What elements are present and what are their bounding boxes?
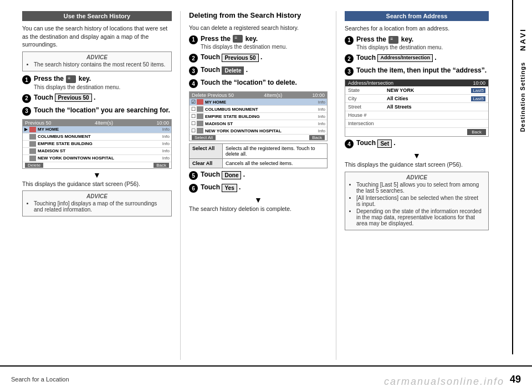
nav-row-1[interactable]: ▶ MY HOME Info bbox=[23, 126, 171, 133]
mid-arrow: ▼ bbox=[189, 196, 328, 204]
navi-label: NAVI bbox=[519, 28, 527, 51]
nav-row-2[interactable]: ▶ COLUMBUS MONUMENT Info bbox=[23, 133, 171, 141]
back-btn-screen[interactable]: Back bbox=[154, 163, 169, 168]
left-advice-title-2: ADVICE bbox=[27, 193, 167, 199]
previous50-btn-mid[interactable]: Previous 50 bbox=[222, 54, 258, 62]
left-advice-box: ADVICE The search history contains the m… bbox=[22, 51, 172, 71]
right-advice-item-2: [All Intersections] can be selected when… bbox=[356, 195, 484, 207]
left-advice-text: The search history contains the most rec… bbox=[27, 61, 167, 68]
delete-btn-screen[interactable]: Delete bbox=[25, 163, 43, 168]
left-step-2-content: Touch Previous 50 . bbox=[34, 94, 172, 102]
right-advice-item-1: Touching [Last 5] allows you to select f… bbox=[356, 182, 484, 194]
left-section-header: Use the Search History bbox=[22, 11, 172, 21]
right-advice-box: ADVICE Touching [Last 5] allows you to s… bbox=[345, 172, 489, 230]
del-row-1[interactable]: ☑ MY HOME Info bbox=[190, 99, 327, 106]
right-step-4: 4 Touch Set . bbox=[345, 139, 489, 148]
mid-step-4-title: Touch the “location” to delete. bbox=[201, 79, 297, 86]
addr-row-street[interactable]: Street All Streets bbox=[345, 103, 488, 111]
mid-step-4-num: 4 bbox=[189, 79, 198, 88]
select-table-row-2: Clear All Cancels all the selected items… bbox=[190, 159, 328, 168]
right-step-3-content: Touch the item, then input the “address”… bbox=[356, 66, 489, 75]
main-content: Use the Search History You can use the s… bbox=[17, 0, 515, 365]
yes-btn[interactable]: Yes bbox=[222, 184, 237, 192]
mid-step-3: 3 Touch Delete . bbox=[189, 66, 328, 75]
right-step-1: 1 Press the key. This displays the desti… bbox=[345, 35, 489, 51]
x-icon-del-1 bbox=[197, 106, 203, 112]
right-step-1-content: Press the key. This displays the destina… bbox=[356, 35, 489, 51]
right-step-3-num: 3 bbox=[345, 67, 354, 76]
right-step-2-title: Touch Address/Intersection . bbox=[356, 54, 437, 61]
mid-step-3-content: Touch Delete . bbox=[201, 66, 328, 75]
col-divider-1 bbox=[180, 11, 181, 360]
left-nav-screen-header: Previous 50 4Item(s) 10:00 bbox=[23, 120, 171, 126]
section-label: Search for a Location bbox=[11, 376, 69, 383]
select-clear-table: Select All Selects all the registered it… bbox=[189, 143, 328, 168]
checkbox-5: ☐ bbox=[191, 128, 196, 133]
nav-row-5[interactable]: ▶ NEW YORK DOWNTOWN HOSPITAL Info bbox=[23, 155, 171, 162]
delete-nav-screen: Delete Previous 50 4Item(s) 10:00 ☑ MY H… bbox=[189, 91, 328, 141]
left-step-3-num: 3 bbox=[22, 107, 31, 116]
select-all-screen-btn[interactable]: Select All bbox=[192, 135, 216, 140]
back-btn-del-screen[interactable]: Back bbox=[309, 135, 325, 140]
left-nav-screen: Previous 50 4Item(s) 10:00 ▶ MY HOME Inf… bbox=[22, 119, 172, 169]
left-result-text: This displays the guidance start screen … bbox=[22, 180, 172, 188]
address-intersection-btn[interactable]: Address/Intersection bbox=[377, 54, 433, 62]
del-row-3[interactable]: ☐ EMPIRE STATE BUILDING Info bbox=[190, 113, 327, 120]
addr-row-intersection[interactable]: Intersection bbox=[345, 120, 488, 128]
left-step-1-num: 1 bbox=[22, 75, 31, 84]
dest-settings-label: Destination Settings bbox=[519, 62, 526, 132]
right-step-1-title: Press the key. bbox=[356, 35, 413, 43]
delete-btn-mid[interactable]: Delete bbox=[222, 66, 244, 75]
nav-row-3[interactable]: ▶ EMPIRE STATE BUILDING Info bbox=[23, 141, 171, 148]
mid-result-text: The search history deletion is complete. bbox=[189, 205, 328, 213]
mid-step-1: 1 Press the key. This displays the desti… bbox=[189, 35, 328, 50]
mid-step-2-num: 2 bbox=[189, 54, 198, 63]
mid-step-3-title: Touch Delete . bbox=[201, 66, 248, 74]
right-step-2-num: 2 bbox=[345, 54, 354, 63]
addr-row-house[interactable]: House # bbox=[345, 111, 488, 120]
navi-bar: NAVI Destination Settings bbox=[512, 0, 532, 354]
del-row-5[interactable]: ☐ NEW YORK DOWNTOWN HOSPITAL Info bbox=[190, 127, 327, 135]
set-btn[interactable]: Set bbox=[377, 140, 392, 148]
left-nav-screen-footer: Delete Back bbox=[23, 162, 171, 168]
mid-step-5-num: 5 bbox=[189, 171, 198, 180]
del-row-4[interactable]: ☐ MADISON ST Info bbox=[190, 120, 327, 127]
right-step-2-content: Touch Address/Intersection . bbox=[356, 54, 489, 63]
address-screen: Address/Intersection 10:00 State NEW YOR… bbox=[345, 79, 489, 137]
addr-row-city[interactable]: City All Cities Last5 bbox=[345, 95, 488, 103]
nav-row-4[interactable]: ▶ MADISON ST Info bbox=[23, 148, 171, 155]
addr-row-state[interactable]: State NEW YORK Last5 bbox=[345, 86, 488, 95]
right-step-1-num: 1 bbox=[345, 36, 354, 45]
done-btn[interactable]: Done bbox=[222, 171, 241, 179]
mid-section-header: Deleting from the Search History bbox=[189, 11, 328, 20]
select-all-label[interactable]: Select All bbox=[190, 144, 223, 159]
left-column: Use the Search History You can use the s… bbox=[22, 11, 177, 360]
mid-step-2-title: Touch Previous 50 . bbox=[201, 53, 262, 61]
right-step-4-title: Touch Set . bbox=[356, 139, 396, 147]
select-table-row-1: Select All Selects all the registered it… bbox=[190, 144, 328, 159]
clear-all-label[interactable]: Clear All bbox=[190, 159, 223, 168]
left-step-2-num: 2 bbox=[22, 94, 31, 103]
mid-step-4-content: Touch the “location” to delete. bbox=[201, 79, 328, 87]
right-result-text: This displays the guidance start screen … bbox=[345, 161, 489, 169]
left-step-1: 1 Press the key. This displays the desti… bbox=[22, 75, 172, 90]
addr-screen-header: Address/Intersection 10:00 bbox=[345, 80, 488, 86]
page-number: 49 bbox=[510, 374, 521, 385]
right-column: Search from Address Searches for a locat… bbox=[339, 11, 489, 360]
mid-step-4: 4 Touch the “location” to delete. bbox=[189, 79, 328, 88]
left-advice-box-2: ADVICE Touching [info] displays a map of… bbox=[22, 190, 172, 216]
left-step-1-sub: This displays the destination menu. bbox=[34, 84, 172, 90]
previous50-btn-left[interactable]: Previous 50 bbox=[55, 94, 91, 102]
col-divider-2 bbox=[336, 11, 336, 360]
right-section-header: Search from Address bbox=[345, 11, 489, 21]
checkbox-2: ☐ bbox=[191, 106, 196, 112]
right-advice-item-3: Depending on the state of the informatio… bbox=[356, 208, 484, 226]
del-row-2[interactable]: ☐ COLUMBUS MONUMENT Info bbox=[190, 106, 327, 113]
back-btn-addr[interactable]: Back bbox=[467, 129, 486, 135]
mid-step-1-title: Press the key. bbox=[201, 35, 258, 43]
x-icon-del-2 bbox=[197, 114, 203, 119]
left-step-1-content: Press the key. This displays the destina… bbox=[34, 75, 172, 90]
home-icon-del bbox=[197, 99, 203, 105]
right-step-3: 3 Touch the item, then input the “addres… bbox=[345, 66, 489, 76]
left-step-3: 3 Touch the “location” you are searching… bbox=[22, 106, 172, 116]
